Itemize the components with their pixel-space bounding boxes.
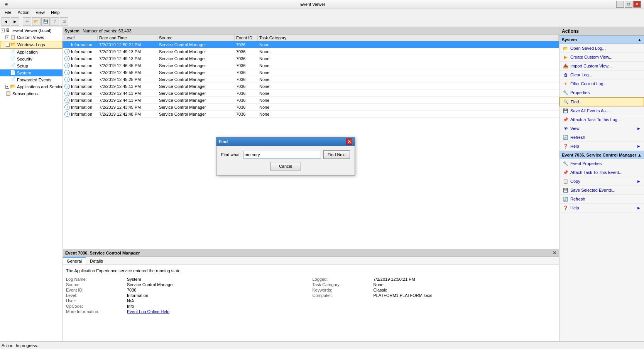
- action-view[interactable]: 👁 View ►: [559, 124, 644, 133]
- computer-icon: 🖥: [5, 27, 12, 34]
- action-create-custom-label: Create Custom View...: [570, 55, 612, 59]
- action-save-all[interactable]: 💾 Save All Events As...: [559, 106, 644, 115]
- action-refresh[interactable]: 🔄 Refresh: [559, 133, 644, 142]
- action-import-custom[interactable]: 📥 Import Custom View...: [559, 62, 644, 71]
- action-copy[interactable]: 📋 Copy ►: [559, 177, 644, 186]
- find-next-button[interactable]: Find Next: [323, 150, 350, 159]
- more-info-link[interactable]: Event Log Online Help: [127, 309, 309, 314]
- logged-value: 7/2/2019 12:50:21 PM: [374, 277, 556, 282]
- action-save-selected[interactable]: 💾 Save Selected Events...: [559, 186, 644, 195]
- col-header-eventid[interactable]: Event ID: [235, 35, 258, 41]
- action-copy-label: Copy: [570, 179, 580, 184]
- tree-item-custom[interactable]: + 📋 Custom Views: [0, 34, 63, 41]
- detail-close-button[interactable]: ✕: [553, 250, 556, 256]
- table-row[interactable]: i Information 7/2/2019 12:44:13 PM Servi…: [63, 97, 559, 104]
- tree-expand-root[interactable]: -: [1, 29, 5, 32]
- toolbar-forward[interactable]: ►: [11, 17, 19, 26]
- tree-item-subscriptions[interactable]: 📋 Subscriptions: [0, 90, 63, 97]
- col-header-datetime[interactable]: Date and Time: [98, 35, 157, 41]
- close-button[interactable]: ✕: [633, 1, 641, 8]
- cell-eventid: 7036: [235, 42, 258, 47]
- tab-general[interactable]: General: [63, 257, 86, 265]
- action-help2[interactable]: ❓ Help ►: [559, 204, 644, 212]
- cell-source: Service Control Manager: [157, 91, 235, 96]
- find-what-label: Find what:: [221, 152, 241, 157]
- menu-view[interactable]: View: [32, 9, 48, 15]
- detail-tabs: General Details: [63, 257, 559, 265]
- find-row: Find what: Find Next: [221, 150, 350, 159]
- tree-expand-custom[interactable]: +: [5, 35, 9, 39]
- action-properties[interactable]: 🔧 Properties: [559, 88, 644, 97]
- status-text: Action: In progress...: [2, 343, 41, 348]
- cell-datetime: 7/2/2019 12:45:13 PM: [98, 84, 157, 89]
- action-create-custom[interactable]: ▶ Create Custom View...: [559, 53, 644, 62]
- find-dialog[interactable]: Find ✕ Find what: Find Next Cancel: [216, 137, 355, 175]
- table-row[interactable]: i Information 7/2/2019 12:45:25 PM Servi…: [63, 76, 559, 83]
- cell-source: Service Control Manager: [157, 63, 235, 68]
- toolbar-back[interactable]: ◄: [2, 17, 10, 26]
- table-row[interactable]: i Information 7/2/2019 12:45:58 PM Servi…: [63, 69, 559, 76]
- action-help[interactable]: ❓ Help ►: [559, 142, 644, 151]
- tree-item-forwarded[interactable]: 📄 Forwarded Events: [0, 76, 63, 83]
- tree-expand-appsvc[interactable]: +: [5, 85, 9, 89]
- events-table-header: Level Date and Time Source Event ID Task…: [63, 35, 559, 41]
- tree-item-system[interactable]: 📄 System: [0, 69, 63, 76]
- table-row[interactable]: i Information 7/2/2019 12:45:13 PM Servi…: [63, 83, 559, 90]
- find-cancel-button[interactable]: Cancel: [270, 162, 301, 170]
- toolbar-action3[interactable]: 💾: [41, 17, 50, 26]
- table-row[interactable]: i Information 7/2/2019 12:50:21 PM Servi…: [63, 41, 559, 48]
- find-what-input[interactable]: [243, 151, 321, 158]
- cell-level: i Information: [63, 76, 98, 83]
- table-row[interactable]: i Information 7/2/2019 12:46:45 PM Servi…: [63, 62, 559, 69]
- table-row[interactable]: i Information 7/2/2019 12:44:13 PM Servi…: [63, 90, 559, 97]
- toolbar-action1[interactable]: ↩: [23, 17, 31, 26]
- tree-item-root[interactable]: - 🖥 Event Viewer (Local): [0, 27, 63, 34]
- table-row[interactable]: i Information 7/2/2019 12:49:13 PM Servi…: [63, 55, 559, 62]
- tree-label-subscriptions: Subscriptions: [12, 91, 38, 96]
- system-section-header[interactable]: System ▲: [559, 35, 644, 44]
- tree-item-setup[interactable]: 📄 Setup: [0, 62, 63, 69]
- action-clear-log[interactable]: 🗑 Clear Log...: [559, 71, 644, 79]
- tree-item-appsvc[interactable]: + 📂 Applications and Services Lo: [0, 83, 63, 90]
- col-header-source[interactable]: Source: [157, 35, 235, 41]
- action-event-properties[interactable]: 🔧 Event Properties: [559, 159, 644, 168]
- maximize-button[interactable]: □: [625, 1, 632, 8]
- action-refresh2[interactable]: 🔄 Refresh: [559, 195, 644, 204]
- menu-help[interactable]: Help: [48, 9, 63, 15]
- tree-label-system: System: [17, 71, 31, 75]
- table-row[interactable]: i Information 7/2/2019 12:43:45 PM Servi…: [63, 104, 559, 111]
- action-open-saved[interactable]: 📂 Open Saved Log...: [559, 44, 644, 53]
- toolbar: ◄ ► ↩ 📂 💾 ? ⊡: [0, 16, 644, 27]
- event-section-header[interactable]: Event 7036, Service Control Manager ▲: [559, 151, 644, 159]
- action-help-label: Help: [570, 144, 579, 148]
- tree-item-security[interactable]: 📄 Security: [0, 56, 63, 62]
- menu-action[interactable]: Action: [15, 9, 33, 15]
- detail-content: The Application Experience service enter…: [63, 265, 559, 341]
- tab-details[interactable]: Details: [86, 257, 107, 265]
- tree-item-winlogs[interactable]: - 📂 Windows Logs: [0, 41, 63, 49]
- action-attach-task[interactable]: 📌 Attach a Task To this Log...: [559, 115, 644, 124]
- attach-task-event-icon: 📌: [563, 169, 569, 175]
- help2-submenu-arrow: ►: [637, 206, 641, 210]
- view-submenu-arrow: ►: [637, 126, 641, 131]
- tree-expand-winlogs[interactable]: -: [6, 43, 10, 47]
- table-row[interactable]: i Information 7/2/2019 12:42:48 PM Servi…: [63, 111, 559, 118]
- action-refresh2-label: Refresh: [570, 197, 585, 201]
- forwarded-log-icon: 📄: [10, 77, 16, 83]
- minimize-button[interactable]: ─: [616, 1, 624, 8]
- action-find[interactable]: 🔍 Find...: [559, 97, 644, 106]
- col-header-taskcategory[interactable]: Task Category: [258, 35, 559, 41]
- action-filter[interactable]: ▼ Filter Current Log...: [559, 79, 644, 88]
- menu-file[interactable]: File: [2, 9, 15, 15]
- action-attach-task-event[interactable]: 📌 Attach Task To This Event...: [559, 168, 644, 177]
- toolbar-action2[interactable]: 📂: [32, 17, 41, 26]
- col-header-level[interactable]: Level: [63, 35, 98, 41]
- toolbar-action4[interactable]: ?: [51, 17, 59, 26]
- find-dialog-close-button[interactable]: ✕: [346, 138, 352, 145]
- toolbar-action5[interactable]: ⊡: [60, 17, 68, 26]
- cell-taskcategory: None: [258, 56, 559, 61]
- table-row[interactable]: i Information 7/2/2019 12:49:13 PM Servi…: [63, 48, 559, 55]
- main-layout: - 🖥 Event Viewer (Local) + 📋 Custom View…: [0, 27, 644, 341]
- system-log-icon: 📄: [10, 70, 16, 76]
- tree-item-application[interactable]: 📄 Application: [0, 49, 63, 56]
